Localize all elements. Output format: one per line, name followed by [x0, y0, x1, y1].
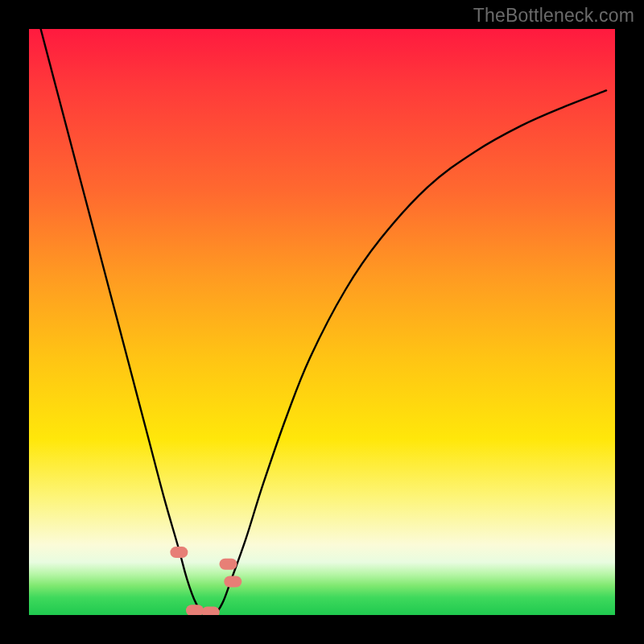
curve-layer	[29, 29, 615, 615]
marker-bottom-1	[186, 605, 204, 615]
bottleneck-curve	[41, 29, 607, 615]
marker-left	[170, 547, 188, 558]
plot-area	[29, 29, 615, 615]
chart-frame: TheBottleneck.com	[0, 0, 644, 644]
marker-right-upper	[220, 559, 237, 570]
marker-bottom-2	[202, 606, 220, 615]
marker-group	[170, 547, 242, 615]
watermark-text: TheBottleneck.com	[473, 5, 634, 27]
marker-right-lower	[224, 576, 242, 588]
